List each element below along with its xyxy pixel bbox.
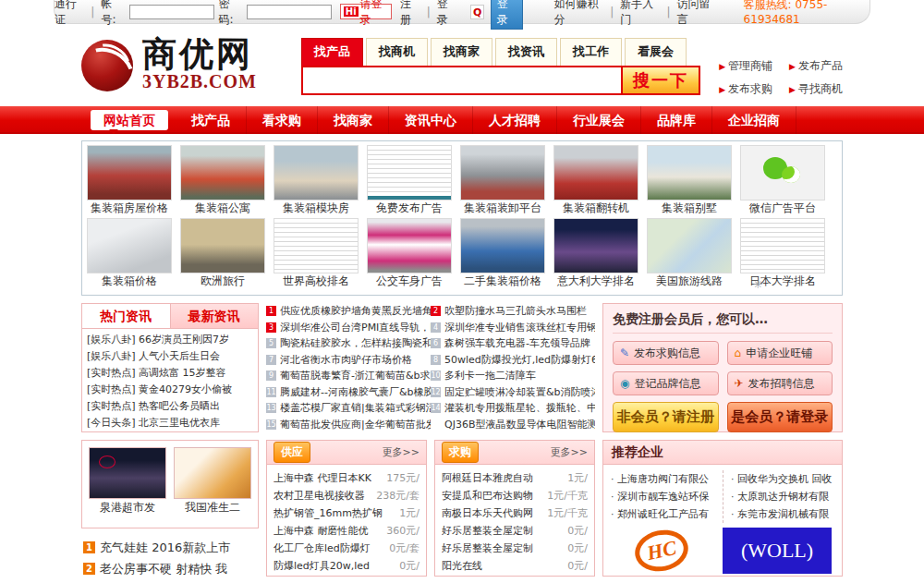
gallery-item[interactable]: 微信广告平台 — [740, 145, 825, 216]
gallery-item[interactable]: 集装箱模块房 — [274, 145, 359, 216]
news-link[interactable]: 1供应优质橡胶护墙角黄黑反光墙角保 — [266, 303, 431, 320]
buy-item[interactable]: 好乐居整装全屋定制0元/ — [442, 540, 588, 557]
supply-item[interactable]: 热扩钢管_16mm热扩钢1元/ — [274, 504, 419, 522]
register-brand-button[interactable]: ◉登记品牌信息 — [613, 371, 719, 395]
news-link[interactable]: 4深圳华准专业销售滚珠丝杠专用钢球 — [431, 320, 595, 336]
register-link[interactable]: 注册 — [400, 0, 420, 28]
search-tab-jobs[interactable]: 找工作 — [560, 38, 622, 66]
nav-news-center[interactable]: 资讯中心 — [389, 106, 473, 134]
news-link[interactable]: 13楼盖芯模厂家直销|集装箱式彩钢活动 — [266, 400, 431, 417]
company-link[interactable]: 上海唐功阀门有限公 — [611, 470, 723, 488]
site-logo[interactable]: 商优网 3YB2B.COM — [81, 38, 257, 92]
gallery-item[interactable]: 意大利大学排名 — [553, 218, 638, 289]
photo-news-item[interactable]: 泉港超市发 — [89, 447, 166, 523]
refresh-icon[interactable]: ✳ — [753, 278, 762, 291]
supply-more-link[interactable]: 更多>> — [383, 445, 419, 459]
nav-brands[interactable]: 品牌库 — [641, 106, 712, 134]
quicklink-post-buying[interactable]: ▶发布求购 — [719, 81, 772, 97]
supply-item[interactable]: 上海中森 耐磨性能优360元/ — [274, 522, 419, 540]
news-link[interactable]: 15葡萄苗批发供应商|金华葡萄苗批发| — [266, 417, 431, 433]
quicklink-post-product[interactable]: ▶发布产品 — [789, 58, 843, 74]
rank-item[interactable]: 1充气娃娃 2016新款上市 — [83, 537, 259, 558]
register-cta-button[interactable]: 非会员？请注册 — [613, 402, 719, 432]
nav-jobs[interactable]: 人才招聘 — [473, 106, 557, 134]
news-link[interactable]: 7河北省衡水市肉驴仔市场价格 — [266, 352, 431, 369]
search-tab-news[interactable]: 找资讯 — [495, 38, 557, 66]
supply-item[interactable]: 防爆led灯具20w,led0元/ — [274, 557, 419, 575]
company-link[interactable]: 深圳市靓车逸站环保 — [611, 488, 723, 505]
buy-item[interactable]: 安提瓜和巴布达购物1元/千克 — [442, 487, 588, 504]
message-link[interactable]: 访问留言 — [677, 0, 717, 28]
gallery-item[interactable]: 集装箱装卸平台 — [460, 145, 545, 216]
rank-item[interactable]: 2老公房事不硬 射精快 我 — [83, 558, 259, 579]
supply-item[interactable]: 农村卫星电视接收器238元/套 — [274, 487, 419, 504]
company-link[interactable]: 回收华为交换机 回收 — [731, 470, 834, 488]
company-logo-hc[interactable]: HC — [614, 528, 710, 574]
nav-investment[interactable]: 企业招商 — [712, 106, 796, 134]
gallery-item[interactable]: 二手集装箱价格 — [460, 218, 545, 289]
buy-item[interactable]: 阳光在线0元/ — [442, 557, 588, 575]
login-link[interactable]: 登录 — [437, 0, 457, 28]
nav-expo[interactable]: 行业展会 — [557, 106, 641, 134]
gallery-item[interactable]: 免费发布广告 — [367, 145, 452, 216]
news-link[interactable]: 10多利卡一拖二清障车 — [431, 368, 595, 384]
gallery-item[interactable]: 世界高校排名 — [274, 218, 359, 289]
quicklink-manage-shop[interactable]: ▶管理商铺 — [719, 58, 772, 74]
gallery-item[interactable]: 集装箱翻转机 — [553, 145, 638, 216]
news-link[interactable]: QJ36B型液晶数显导体电阻智能测试 — [431, 417, 595, 433]
news-link[interactable]: 11腾威建材--河南橡胶气囊厂&b橡胶气 — [266, 384, 431, 401]
nav-products[interactable]: 找产品 — [176, 106, 247, 134]
buy-badge[interactable]: 求购 — [442, 442, 479, 463]
newbie-link[interactable]: 新手入门 — [620, 0, 660, 28]
company-link[interactable]: 太原凯达升钢材有限 — [731, 488, 834, 505]
news-link[interactable]: 2吹塑防撞水马三孔箭头水马围栏 — [431, 303, 595, 320]
account-input[interactable] — [129, 5, 214, 19]
news-link[interactable]: 850wled防爆投光灯,led防爆射灯60w — [431, 352, 595, 369]
news-link[interactable]: 6森树强车载充电器-车充领导品牌 — [431, 335, 595, 352]
search-tab-leads[interactable]: 找商机 — [366, 38, 428, 66]
news-link[interactable]: 12固定贮罐喷淋冷却装置&b消防喷淋冷 — [431, 384, 595, 401]
nav-home[interactable]: 网站首页 — [91, 110, 168, 130]
gallery-item[interactable]: 集装箱房屋价格 — [87, 145, 172, 216]
password-input[interactable] — [247, 5, 332, 19]
hot-news-item[interactable]: [娱乐八卦] 66岁演员王刚因7岁 — [87, 332, 253, 348]
news-link[interactable]: 14灌装机专用拨瓶星轮、拨瓶轮、中心 — [431, 400, 595, 417]
gallery-item[interactable]: 公交车身广告 — [367, 218, 452, 289]
supply-badge[interactable]: 供应 — [274, 442, 310, 463]
buy-item[interactable]: 好乐居整装全屋定制0元/ — [442, 522, 588, 540]
gallery-item[interactable]: 集装箱别墅 — [647, 145, 732, 216]
quicklink-find-leads[interactable]: ▶寻找商机 — [789, 81, 843, 97]
gallery-item[interactable]: 集装箱公寓 — [180, 145, 265, 216]
login-cta-button[interactable]: 是会员？请登录 — [727, 402, 833, 432]
tab-hot-news[interactable]: 热门资讯 — [82, 304, 171, 328]
buy-item[interactable]: 南极日本乐天代购网1元/千克 — [442, 504, 588, 522]
hot-news-item[interactable]: [娱乐八卦] 人气小天后生日会 — [87, 348, 253, 365]
search-tab-sellers[interactable]: 找商家 — [431, 38, 492, 66]
hot-news-item[interactable]: [实时热点] 黄金40279女小偷被 — [87, 382, 253, 398]
post-buying-info-button[interactable]: ✎发布求购信息 — [613, 341, 719, 365]
rank-item[interactable]: 3充气娃娃2015年新款， — [83, 579, 259, 583]
search-tab-expo[interactable]: 看展会 — [625, 38, 687, 66]
nav-sellers[interactable]: 找商家 — [318, 106, 389, 134]
company-logo-woll[interactable]: (WOLL) — [723, 528, 832, 574]
apply-shop-button[interactable]: ⌂申请企业旺铺 — [727, 341, 833, 365]
company-link[interactable]: 郑州诚旺化工产品有 — [611, 505, 723, 523]
search-button[interactable]: 搜一下 — [621, 67, 699, 93]
news-link[interactable]: 9葡萄苗脱毒繁育-浙江葡萄苗&b求购优 — [266, 368, 431, 384]
points-link[interactable]: 如何赚积分 — [553, 0, 603, 28]
company-link[interactable]: 东莞市发润机械有限 — [731, 505, 834, 523]
gallery-item[interactable]: 欧洲旅行 — [180, 218, 265, 289]
gallery-item[interactable]: 美国旅游线路 — [647, 218, 732, 289]
tab-latest-news[interactable]: 最新资讯 — [171, 304, 259, 328]
news-link[interactable]: 3深圳华准公司台湾PMI直线导轨，MSA — [266, 320, 431, 336]
login-prompt-badge[interactable]: Hi 请登录 — [340, 4, 392, 19]
supply-item[interactable]: 化工厂仓库led防爆灯0元/套 — [274, 540, 419, 557]
search-tab-products[interactable]: 找产品 — [301, 38, 363, 66]
news-link[interactable]: 5陶瓷粘硅胶胶水，怎样粘接陶瓷和硅胶 — [266, 335, 431, 352]
search-input[interactable] — [303, 67, 621, 93]
hot-news-item[interactable]: [实时热点] 高调炫富 15岁整容 — [87, 365, 253, 382]
supply-item[interactable]: 上海中森 代理日本KK175元/ — [274, 469, 419, 487]
photo-news-item[interactable]: 我国准生二 — [174, 447, 251, 523]
hot-news-item[interactable]: [实时热点] 热客吧公务员晒出 — [87, 398, 253, 415]
buy-item[interactable]: 阿根廷日本雅虎自动1元/ — [442, 469, 588, 487]
